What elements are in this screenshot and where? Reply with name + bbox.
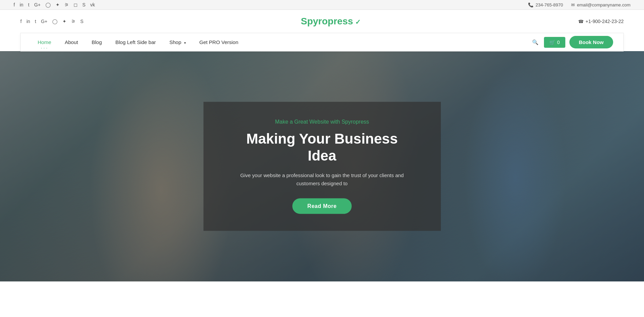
header-googleplus-icon[interactable]: G+ [41, 19, 47, 24]
nav-item-pro[interactable]: Get PRO Version [193, 33, 245, 51]
topbar-googleplus-icon[interactable]: G+ [34, 2, 41, 7]
nav-item-blog-left[interactable]: Blog Left Side bar [109, 33, 162, 51]
cart-icon: 🛒 [549, 40, 555, 45]
book-now-button[interactable]: Book Now [569, 36, 613, 48]
nav-item-about[interactable]: About [58, 33, 85, 51]
top-bar: f in t G+ ◯ ✦ ⚞ ◻ S vk 234-765-8970 emai… [0, 0, 644, 10]
header-twitter-icon[interactable]: t [35, 19, 36, 24]
hero-title: Making Your Business Idea [231, 130, 414, 165]
email-icon [571, 2, 575, 7]
hero-description: Give your website a professional look to… [231, 171, 414, 187]
hero-tagline: Make a Great Website with Spyropress [231, 119, 414, 125]
topbar-vk-icon[interactable]: vk [90, 2, 95, 7]
header-linkedin-icon[interactable]: in [26, 19, 30, 24]
header-phone-icon [578, 19, 584, 24]
search-button[interactable] [531, 38, 540, 47]
topbar-github-icon[interactable]: ⚞ [64, 2, 69, 7]
header-instagram-icon[interactable]: ◯ [52, 19, 58, 24]
header-skype-icon[interactable]: S [80, 19, 83, 24]
topbar-twitter-icon[interactable]: t [28, 2, 30, 7]
nav-item-blog[interactable]: Blog [85, 33, 109, 51]
search-icon [532, 39, 539, 45]
topbar-linkedin-icon[interactable]: in [20, 2, 23, 7]
header-social: f in t G+ ◯ ✦ ⚞ S [20, 19, 83, 24]
header-phone: +1-900-242-23-22 [578, 19, 624, 24]
hero-read-more-button[interactable]: Read More [292, 198, 351, 214]
nav-item-home[interactable]: Home [31, 33, 58, 51]
topbar-contact: 234-765-8970 email@companyname.com [528, 2, 630, 7]
hero-content-box: Make a Great Website with Spyropress Mak… [203, 102, 441, 231]
site-logo[interactable]: Spyropress ✓ [301, 16, 361, 27]
topbar-social: f in t G+ ◯ ✦ ⚞ ◻ S vk [14, 2, 95, 7]
nav-actions: 🛒 0 Book Now [531, 36, 613, 48]
topbar-email: email@companyname.com [571, 2, 630, 7]
cart-button[interactable]: 🛒 0 [544, 37, 565, 48]
nav-links: Home About Blog Blog Left Side bar Shop … [31, 33, 245, 51]
phone-icon [528, 2, 533, 7]
header-github-icon[interactable]: ⚞ [71, 19, 76, 24]
shop-dropdown-arrow: ▾ [184, 41, 186, 45]
topbar-dribbble-icon[interactable]: ✦ [56, 2, 60, 7]
topbar-behance-icon[interactable]: ◻ [74, 2, 78, 7]
header-dribbble-icon[interactable]: ✦ [62, 19, 66, 24]
navbar: Home About Blog Blog Left Side bar Shop … [20, 33, 624, 51]
header-facebook-icon[interactable]: f [20, 19, 22, 24]
header: f in t G+ ◯ ✦ ⚞ S Spyropress ✓ +1-900-24… [0, 10, 644, 33]
nav-item-shop[interactable]: Shop ▾ [163, 33, 193, 51]
topbar-facebook-icon[interactable]: f [14, 2, 15, 7]
topbar-skype-icon[interactable]: S [82, 2, 85, 7]
topbar-phone: 234-765-8970 [528, 2, 563, 7]
topbar-instagram-icon[interactable]: ◯ [45, 2, 51, 7]
logo-checkmark: ✓ [353, 18, 361, 26]
hero-section: Make a Great Website with Spyropress Mak… [0, 51, 644, 281]
